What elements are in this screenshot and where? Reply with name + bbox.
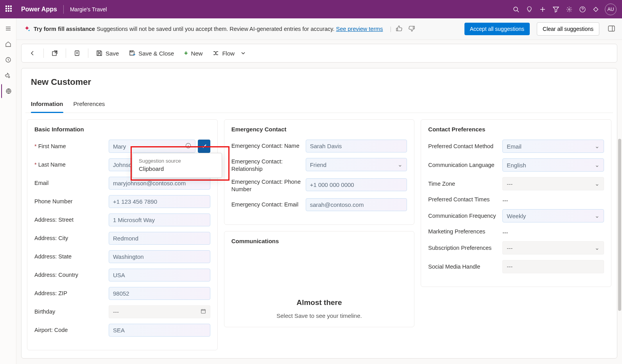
tab-information[interactable]: Information xyxy=(31,97,63,113)
callout-source-value: Clipboard xyxy=(139,165,215,172)
street-input[interactable]: 1 Microsoft Way xyxy=(109,213,210,226)
new-button[interactable]: +New xyxy=(179,47,207,60)
birthday-label: Birthday xyxy=(34,308,104,316)
zip-label: Address: ZIP xyxy=(34,290,104,297)
pref-tz-label: Time Zone xyxy=(428,180,498,188)
plus-icon: + xyxy=(184,50,188,57)
help-icon[interactable] xyxy=(576,3,589,16)
thumbs-up-icon[interactable] xyxy=(394,24,404,34)
chevron-down-icon xyxy=(240,50,246,56)
tab-preferences[interactable]: Preferences xyxy=(73,97,105,113)
timeline-empty-title: Almost there xyxy=(231,298,407,307)
ec-name-label: Emergency Contact: Name xyxy=(231,142,301,150)
country-input[interactable]: USA xyxy=(109,269,210,282)
menu-icon[interactable] xyxy=(1,22,15,36)
pref-freq-label: Communication Frequency xyxy=(428,212,498,220)
lightbulb-icon[interactable] xyxy=(523,3,536,16)
svg-rect-14 xyxy=(75,51,79,56)
back-button[interactable] xyxy=(25,47,40,59)
pref-social-label: Social Media Handle xyxy=(428,263,498,271)
svg-rect-16 xyxy=(201,310,205,314)
user-avatar[interactable]: AU xyxy=(605,4,617,15)
airport-input[interactable]: SEA xyxy=(109,324,210,337)
ec-email-input[interactable]: sarah@contoso.com xyxy=(306,198,407,211)
email-label: Email xyxy=(34,179,104,187)
banner-title: Try form fill assistance xyxy=(34,26,95,32)
copilot-toggle-icon[interactable] xyxy=(608,25,615,33)
title-bar: Power Apps Margie's Travel AU xyxy=(0,0,622,18)
svg-line-1 xyxy=(517,11,519,12)
save-close-label: Save & Close xyxy=(138,50,174,57)
page-title: New Customer xyxy=(25,77,613,97)
chevron-down-icon: ⌄ xyxy=(595,244,600,251)
svg-point-4 xyxy=(568,9,570,10)
emergency-heading: Emergency Contact xyxy=(231,126,407,133)
section-contact-preferences: Contact Preferences Preferred Contact Me… xyxy=(421,119,611,287)
zip-input[interactable]: 98052 xyxy=(109,287,210,300)
pref-method-select[interactable]: Email⌄ xyxy=(502,140,604,153)
recent-icon[interactable] xyxy=(1,53,15,67)
phone-input[interactable]: +1 123 456 7890 xyxy=(109,195,210,208)
tab-strip: Information Preferences xyxy=(25,97,613,113)
add-icon[interactable] xyxy=(536,3,549,16)
basic-heading: Basic Information xyxy=(34,126,210,133)
street-label: Address: Street xyxy=(34,216,104,224)
prefs-heading: Contact Preferences xyxy=(428,126,604,133)
accept-all-button[interactable]: Accept all suggestions xyxy=(464,23,530,35)
save-label: Save xyxy=(106,50,119,57)
app-launcher-icon[interactable] xyxy=(5,5,13,13)
svg-rect-12 xyxy=(608,26,615,31)
filter-icon[interactable] xyxy=(549,3,563,16)
info-icon[interactable] xyxy=(185,143,191,150)
pref-social-input[interactable]: --- xyxy=(502,260,604,273)
new-label: New xyxy=(191,50,203,57)
ec-rel-label: Emergency Contact: Relationship xyxy=(231,158,301,173)
email-input[interactable]: maryjohnson@contoso.com xyxy=(109,177,210,190)
first-name-value: Mary xyxy=(113,143,126,150)
state-label: Address: State xyxy=(34,253,104,260)
communications-heading: Communications xyxy=(231,238,407,244)
section-emergency-contact: Emergency Contact Emergency Contact: Nam… xyxy=(224,119,415,225)
settings-icon[interactable] xyxy=(563,3,576,16)
diamond-icon[interactable] xyxy=(589,3,602,16)
pref-freq-select[interactable]: Weekly⌄ xyxy=(502,209,604,222)
state-input[interactable]: Washington xyxy=(109,250,210,263)
chevron-down-icon: ⌄ xyxy=(398,161,403,168)
home-icon[interactable] xyxy=(1,37,15,51)
pref-lang-label: Communication Language xyxy=(428,161,498,169)
accept-suggestion-button[interactable] xyxy=(198,140,210,153)
ec-name-input[interactable]: Sarah Davis xyxy=(306,140,407,152)
save-button[interactable]: Save xyxy=(91,47,124,60)
copilot-sparkle-icon xyxy=(23,25,30,32)
pref-subs-select[interactable]: ---⌄ xyxy=(502,241,604,255)
left-rail xyxy=(0,18,16,364)
preview-terms-link[interactable]: See preview terms xyxy=(336,26,383,32)
birthday-input[interactable]: --- xyxy=(109,305,210,318)
last-name-label: Last Name xyxy=(34,161,104,169)
pinned-icon[interactable] xyxy=(1,68,15,82)
suggestion-source-callout: Suggestion source Clipboard xyxy=(132,153,222,178)
entity-icon[interactable] xyxy=(1,84,15,98)
flow-label: Flow xyxy=(222,50,235,57)
clear-all-button[interactable]: Clear all suggestions xyxy=(537,22,599,36)
form-assist-button[interactable] xyxy=(69,47,85,59)
city-input[interactable]: Redmond xyxy=(109,232,210,245)
pref-method-label: Preferred Contact Method xyxy=(428,143,498,150)
main-area: Try form fill assistance Suggestions wil… xyxy=(16,18,622,364)
thumbs-down-icon[interactable] xyxy=(407,24,416,34)
ec-rel-select[interactable]: Friend⌄ xyxy=(306,158,407,171)
search-icon[interactable] xyxy=(509,3,523,16)
brand-label: Power Apps xyxy=(21,6,57,13)
first-name-label: First Name xyxy=(34,143,104,150)
first-name-input[interactable]: Mary xyxy=(109,140,195,153)
pref-lang-select[interactable]: English⌄ xyxy=(502,158,604,172)
pref-tz-select[interactable]: ---⌄ xyxy=(502,177,604,190)
banner-text: Suggestions will not be saved until you … xyxy=(95,26,336,32)
scrollbar-thumb[interactable] xyxy=(618,139,621,311)
chevron-down-icon: ⌄ xyxy=(595,180,600,187)
flow-button[interactable]: Flow xyxy=(208,47,251,60)
open-new-window-button[interactable] xyxy=(47,47,63,59)
ec-phone-input[interactable]: +1 000 000 0000 xyxy=(306,178,407,191)
save-close-button[interactable]: Save & Close xyxy=(124,47,179,60)
environment-label: Margie's Travel xyxy=(70,6,107,13)
